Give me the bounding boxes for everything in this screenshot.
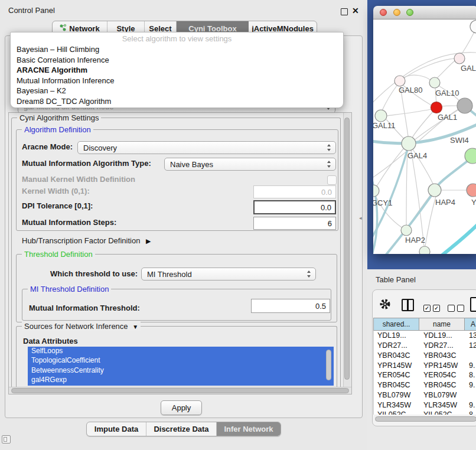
algorithm-option[interactable]: Bayesian – Hill Climbing bbox=[11, 45, 343, 56]
sources-caption[interactable]: Sources for Network Inference ▼ bbox=[22, 322, 141, 331]
unchecked-box-icon bbox=[457, 305, 464, 312]
algorithm-option[interactable]: Mutual Information Inference bbox=[11, 76, 343, 87]
settings-hscrollbar-thumb[interactable] bbox=[11, 388, 349, 393]
table-hscrollbar-thumb[interactable] bbox=[375, 416, 476, 422]
app-root: Control Panel ✕ Network Style Select Cyn… bbox=[0, 0, 476, 450]
table-row[interactable]: YLR345W YLR345W 9. bbox=[374, 400, 476, 410]
table-row[interactable]: YBR045C YBR045C 9. bbox=[374, 380, 476, 390]
node-gal2[interactable] bbox=[454, 53, 465, 64]
list-item[interactable]: gal4RGexp bbox=[28, 376, 334, 385]
apply-button[interactable]: Apply bbox=[161, 400, 202, 415]
hub-definition-expander[interactable]: Hub/Transcription Factor Definition ▶ bbox=[22, 234, 151, 247]
tab-discretize-data-label: Discretize Data bbox=[154, 425, 208, 433]
mi-type-label: Mutual Information Algorithm Type: bbox=[22, 157, 151, 170]
minimize-traffic-light-icon[interactable] bbox=[393, 9, 400, 16]
node-unlabeled-top[interactable] bbox=[470, 20, 476, 33]
which-threshold-label: Which threshold to use: bbox=[50, 268, 138, 281]
float-panel-icon[interactable] bbox=[341, 8, 348, 15]
manual-kernel-checkbox[interactable] bbox=[327, 175, 337, 185]
network-graph: GAL GAL80 GAL10 GAL1 GAL11 SWI4 GAL4 GCY… bbox=[373, 19, 476, 254]
tab-infer-network[interactable]: Infer Network bbox=[217, 422, 281, 436]
expand-right-icon: ▶ bbox=[146, 234, 151, 247]
checked-box-icon: ✓ bbox=[423, 305, 431, 312]
table-row[interactable]: YIL052C YIL052C 8 bbox=[374, 410, 476, 415]
column-header-partial[interactable]: A bbox=[465, 318, 476, 331]
splitter-collapse-icon[interactable]: ◂ bbox=[359, 215, 362, 221]
sources-caption-label: Sources for Network Inference bbox=[24, 322, 128, 331]
bottom-tabbar: Impute Data Discretize Data Infer Networ… bbox=[86, 422, 281, 436]
aracne-mode-combobox[interactable]: Discovery bbox=[77, 141, 336, 154]
export-table-icon[interactable] bbox=[470, 297, 476, 312]
select-all-checkboxes-icon[interactable]: ✓✓ bbox=[423, 302, 442, 313]
node-gal11[interactable] bbox=[375, 110, 387, 122]
node-unlabeled-bottom[interactable] bbox=[419, 246, 430, 254]
list-item[interactable]: TopologicalCoefficient bbox=[28, 356, 334, 366]
network-canvas[interactable]: GAL GAL80 GAL10 GAL1 GAL11 SWI4 GAL4 GCY… bbox=[373, 19, 476, 254]
dpi-tolerance-label: DPI Tolerance [0,1]: bbox=[22, 200, 93, 213]
mi-threshold-label: Mutual Information Threshold: bbox=[29, 302, 140, 315]
table-row[interactable]: YBR043C YBR043C bbox=[374, 351, 476, 361]
which-threshold-combobox[interactable]: MI Threshold bbox=[141, 268, 316, 281]
node-label: GAL80 bbox=[399, 86, 422, 94]
kernel-width-value: 0.0 bbox=[321, 188, 332, 197]
combo-spinner-icon bbox=[327, 144, 331, 151]
column-header-name[interactable]: name bbox=[419, 318, 465, 331]
node-label: Y bbox=[471, 198, 476, 207]
node-unlabeled-gray[interactable] bbox=[457, 98, 472, 113]
node-salmon[interactable] bbox=[467, 184, 476, 197]
column-selector-icon[interactable] bbox=[402, 299, 414, 311]
data-attributes-list: SelfLoops TopologicalCoefficient Between… bbox=[28, 347, 334, 386]
mi-threshold-field[interactable]: 0.5 bbox=[251, 299, 330, 313]
zoom-traffic-light-icon[interactable] bbox=[406, 9, 413, 16]
table-row[interactable]: YBL079W YBL079W bbox=[374, 390, 476, 400]
table-row[interactable]: YDR27... YDR27... 12 bbox=[374, 341, 476, 351]
checked-box-icon: ✓ bbox=[433, 305, 440, 312]
algorithm-option[interactable]: Dream8 DC_TDC Algorithm bbox=[11, 97, 343, 107]
network-window-titlebar[interactable] bbox=[373, 6, 476, 19]
aracne-mode-value: Discovery bbox=[83, 144, 117, 152]
deselect-all-checkboxes-icon[interactable] bbox=[448, 302, 467, 313]
node-label: GAL bbox=[461, 64, 476, 73]
column-header-shared-name[interactable]: shared... bbox=[373, 318, 419, 331]
node-label: GAL11 bbox=[373, 121, 396, 130]
node-label: GCY1 bbox=[373, 198, 392, 207]
algorithm-option[interactable]: Bayesian – K2 bbox=[11, 86, 343, 97]
node-gal4[interactable] bbox=[402, 136, 416, 151]
algorithm-option[interactable]: Basic Correlation Inference bbox=[11, 56, 343, 66]
mi-type-combobox[interactable]: Naive Bayes bbox=[164, 158, 336, 171]
combo-spinner-icon bbox=[307, 270, 311, 278]
node-gal80[interactable] bbox=[395, 76, 405, 86]
table-row[interactable]: YDL19... YDL19... 13 bbox=[374, 331, 476, 341]
close-traffic-light-icon[interactable] bbox=[380, 9, 387, 16]
node-gal10[interactable] bbox=[429, 77, 440, 88]
mi-steps-value: 6 bbox=[328, 219, 332, 228]
tab-impute-data[interactable]: Impute Data bbox=[87, 422, 146, 436]
close-icon[interactable]: ✕ bbox=[352, 6, 359, 15]
table-panel-title: Table Panel bbox=[376, 275, 416, 284]
list-item[interactable]: BetweennessCentrality bbox=[28, 366, 334, 376]
table-body: YDL19... YDL19... 13 YDR27... YDR27... 1… bbox=[373, 331, 476, 415]
table-row[interactable]: YPR145W YPR145W 9. bbox=[374, 360, 476, 370]
network-node-labels: GAL GAL80 GAL10 GAL1 GAL11 SWI4 GAL4 GCY… bbox=[373, 64, 476, 244]
unchecked-box-icon bbox=[448, 305, 455, 312]
list-scrollbar-thumb[interactable] bbox=[326, 350, 331, 380]
node-gal1-selected[interactable] bbox=[431, 102, 442, 113]
dpi-tolerance-value: 0.0 bbox=[321, 203, 331, 212]
algorithm-option-selected[interactable]: ARACNE Algorithm bbox=[11, 66, 343, 76]
mi-steps-field[interactable]: 6 bbox=[253, 217, 336, 230]
tab-discretize-data[interactable]: Discretize Data bbox=[146, 422, 217, 436]
table-row[interactable]: YER054C YER054C 8. bbox=[374, 370, 476, 380]
node-hap2[interactable] bbox=[401, 225, 412, 236]
threshold-definition-caption: Threshold Definition bbox=[22, 250, 95, 259]
list-item[interactable]: SelfLoops bbox=[28, 347, 334, 356]
settings-vscrollbar-thumb[interactable] bbox=[344, 118, 350, 380]
minimized-panel-icon[interactable] bbox=[2, 435, 11, 444]
dpi-tolerance-field[interactable]: 0.0 bbox=[253, 200, 336, 214]
minimized-panel-icon-inner bbox=[4, 437, 7, 442]
node-hap4[interactable] bbox=[428, 184, 441, 197]
table-settings-gear-icon[interactable] bbox=[379, 298, 391, 312]
node-label: SWI4 bbox=[450, 136, 469, 145]
kernel-width-field[interactable]: 0.0 bbox=[253, 185, 336, 198]
algorithm-popup-placeholder: Select algorithm to view settings bbox=[11, 34, 343, 45]
node-gcy1[interactable] bbox=[373, 185, 379, 197]
